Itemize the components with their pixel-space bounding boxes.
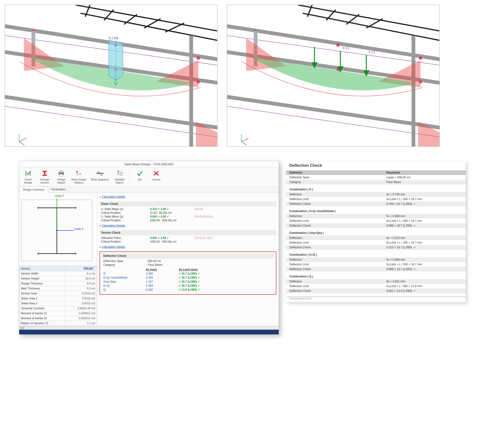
torsion-crit-label: Critical Position: bbox=[101, 240, 148, 243]
section-prop-row[interactable]: Section Height18.0 cm bbox=[19, 276, 97, 281]
right-pane: ▸ Calculation Details Shear Check U. Rat… bbox=[97, 193, 279, 326]
dialog-footer-strip bbox=[19, 330, 279, 334]
deflection-cat-label: Category: bbox=[103, 263, 146, 267]
prop-label: Section Height bbox=[19, 276, 65, 281]
combo-limit-label: Deflection Limit bbox=[286, 197, 383, 202]
combo-limit-label: Deflection Limit bbox=[286, 219, 383, 223]
deflection-check-box: Deflection Check Deflection Span 500.00 … bbox=[99, 251, 276, 295]
calc-details-link-shear[interactable]: ▸ Calculation Details bbox=[99, 223, 276, 228]
prop-value: IPE180 ˄ bbox=[65, 266, 97, 271]
svg-line-34 bbox=[366, 19, 383, 28]
report-span-value: Lspan = 500.00 cm bbox=[383, 175, 466, 180]
tab-design-summary[interactable]: Design Summary bbox=[19, 187, 48, 193]
combo-check-label: Deflection Check bbox=[286, 288, 383, 293]
tab-bar: Design Summary Parameters bbox=[19, 187, 279, 193]
detailed-report-icon bbox=[116, 170, 123, 177]
deflection-row-limit: < 16.7 (L/300) ✓ bbox=[179, 280, 226, 283]
cross-icon bbox=[153, 170, 160, 177]
viewport-3d-left[interactable]: 0.2 kN bbox=[5, 5, 217, 147]
local2-label: Local 2 bbox=[54, 194, 64, 197]
shear-crit1-val: (0.00 - 50.00) cm bbox=[150, 211, 193, 214]
change-section-icon bbox=[41, 170, 48, 177]
combo-check-value: 0.698 < 16.7 (L/300) bbox=[383, 223, 466, 228]
report-title: Deflection Check bbox=[286, 163, 466, 170]
deflection-hd-dv: δv (mm) bbox=[146, 268, 179, 271]
report-footer: ProtaStructure v8.0.0 bbox=[286, 296, 466, 302]
ok-button[interactable]: OK bbox=[133, 170, 146, 181]
horizontal-scrollbar[interactable]: < bbox=[19, 326, 279, 330]
prop-label: Section bbox=[19, 266, 65, 271]
svg-point-42 bbox=[419, 56, 422, 60]
torsion-crit-val: (450.00 - 500.00) cm bbox=[150, 240, 193, 243]
cancel-button[interactable]: Cancel bbox=[150, 170, 163, 181]
deflection-row-value: 1.167 bbox=[146, 280, 179, 283]
prop-value: 2.1 cm bbox=[65, 321, 97, 326]
dialog-title: Steel Beam Design - F103 (IPE180) bbox=[19, 161, 279, 168]
deflection-row-limit: < 16.7 (L/300) ✓ bbox=[179, 284, 226, 287]
section-prop-row[interactable]: Section Area0.0024 m2 bbox=[19, 291, 97, 296]
show-diagrams-button[interactable]: Show Diagrams bbox=[90, 170, 110, 181]
combo-deflection-label: Deflection bbox=[286, 214, 383, 219]
svg-point-41 bbox=[336, 43, 340, 46]
report-hdr-par: Parameter bbox=[383, 170, 466, 175]
combo-header: Combination ( Geq+Qeq ) bbox=[286, 228, 466, 236]
section-prop-row[interactable]: Section Width9.1 cm bbox=[19, 271, 97, 276]
prop-label: Moment of Inertia 22 bbox=[19, 311, 65, 316]
change-section-label: ChangeSection bbox=[40, 178, 49, 184]
svg-rect-77 bbox=[120, 172, 122, 175]
left-pane: Local 2 Local 3 bbox=[19, 193, 97, 326]
viewport-3d-right[interactable]: 0.11 0.11 bbox=[227, 5, 440, 147]
combo-deflection-value: δv = 0.700 mm bbox=[383, 192, 466, 197]
prop-value: 3.960E-08 m4 bbox=[65, 306, 97, 311]
prop-value: 0.0015 m2 bbox=[65, 301, 97, 306]
section-prop-row[interactable]: Web Thickness0.5 cm bbox=[19, 286, 97, 291]
steel-beam-design-dialog: Steel Beam Design - F103 (IPE180) CheckD… bbox=[19, 161, 279, 335]
check-icon bbox=[136, 170, 144, 177]
deflection-row-limit: < 16.7 (L/300) ✓ bbox=[179, 276, 226, 279]
section-prop-row[interactable]: Flange Thickness0.8 cm bbox=[19, 281, 97, 286]
torsion-ur-label: Utilization Ratio: bbox=[101, 236, 148, 240]
detailed-report-button[interactable]: DetailedReport bbox=[113, 170, 126, 184]
combo-deflection-value: δv = 0.698 mm bbox=[383, 214, 466, 219]
tab-parameters[interactable]: Parameters bbox=[48, 187, 69, 193]
deflection-row-limit: < 16.7 (L/300) ✓ bbox=[179, 272, 226, 275]
combo-deflection-value: δv = 0.699 mm bbox=[383, 257, 466, 262]
deflection-row-value: 3.383 bbox=[146, 276, 179, 279]
combo-limit-value: δv,Limit = L / 300 = 16.7 mm bbox=[383, 219, 466, 223]
section-prop-row[interactable]: Shear Area 30.0015 m2 bbox=[19, 301, 97, 306]
deflection-check-header: Deflection Check bbox=[102, 253, 274, 258]
section-prop-row[interactable]: Moment of Inertia 220.000001 m4 bbox=[19, 311, 97, 316]
prop-label: Torsional Constant bbox=[19, 306, 65, 311]
shear-minor-value: 0.001 < 1.00 bbox=[150, 215, 193, 218]
shear-check-header: Shear Check bbox=[99, 201, 276, 206]
report-cat-label: Category bbox=[286, 180, 383, 184]
check-design-button[interactable]: CheckDesign bbox=[21, 170, 35, 184]
prop-value: 0.000001 m4 bbox=[65, 311, 97, 316]
combo-check-value: 0.699 < 16.7 (L/300) bbox=[383, 267, 466, 271]
shear-crit2-val: (450.00 - 500.00) cm bbox=[150, 219, 193, 222]
deflection-span-val: 500.00 cm bbox=[148, 259, 190, 263]
viewports-row: 0.2 kN bbox=[5, 5, 499, 147]
deflection-row-value: 3.385 bbox=[146, 272, 179, 275]
section-prop-row[interactable]: Torsional Constant3.960E-08 m4 bbox=[19, 306, 97, 311]
combo-limit-value: δv,Limit = L / 300 = 16.7 mm bbox=[383, 240, 466, 245]
combo-header: Combination ( G ) bbox=[286, 184, 466, 192]
section-prop-row[interactable]: Moment of Inertia 330.000013 m4 bbox=[19, 316, 97, 321]
svg-line-61 bbox=[241, 142, 247, 145]
svg-line-6 bbox=[165, 23, 184, 32]
show-design-stations-button[interactable]: Show DesignStations bbox=[71, 170, 87, 184]
show-diagrams-label: Show Diagrams bbox=[90, 178, 109, 181]
check-design-label: CheckDesign bbox=[24, 178, 32, 184]
calc-details-link-top[interactable]: ▸ Calculation Details bbox=[99, 194, 276, 199]
prop-value: 0.0024 m2 bbox=[65, 291, 97, 296]
section-prop-row[interactable]: SectionIPE180 ˄ bbox=[19, 266, 97, 271]
combo-limit-value: δv,Limit = L / 300 = 16.7 mm bbox=[383, 197, 466, 202]
change-section-button[interactable]: ChangeSection bbox=[38, 170, 51, 184]
prop-value: 0.000013 m4 bbox=[65, 316, 97, 321]
prop-label: Shear Area 2 bbox=[19, 296, 65, 301]
section-prop-row[interactable]: Radius of Gyration 222.1 cm bbox=[19, 321, 97, 326]
section-prop-row[interactable]: Shear Area 20.0010 m2 bbox=[19, 296, 97, 301]
svg-rect-66 bbox=[43, 175, 47, 176]
design-report-button[interactable]: DesignReport bbox=[54, 170, 68, 184]
calc-details-link-torsion[interactable]: ▸ Calculation Details bbox=[99, 244, 276, 249]
